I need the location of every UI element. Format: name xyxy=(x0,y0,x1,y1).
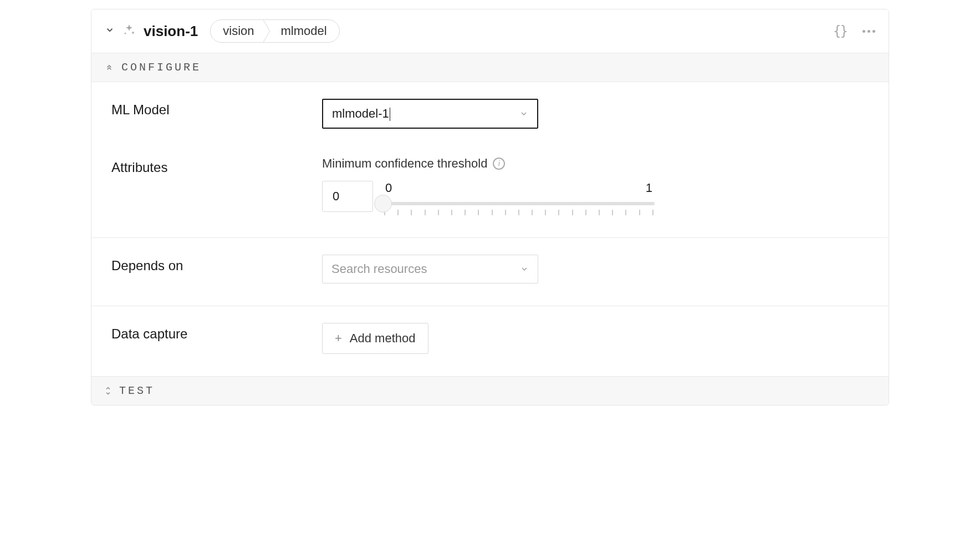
add-method-label: Add method xyxy=(350,331,416,346)
threshold-label-row: Minimum confidence threshold i xyxy=(322,156,869,171)
panel-header: vision-1 vision mlmodel {} xyxy=(91,9,889,53)
threshold-slider[interactable]: 0 1 xyxy=(383,181,655,215)
breadcrumb-item-model[interactable]: mlmodel xyxy=(269,19,339,43)
test-section-header[interactable]: TEST xyxy=(91,376,889,405)
collapse-chevron-icon[interactable] xyxy=(105,25,115,38)
info-icon[interactable]: i xyxy=(493,158,505,170)
slider-max-label: 1 xyxy=(646,181,652,195)
chevron-down-icon xyxy=(519,109,528,118)
threshold-label: Minimum confidence threshold xyxy=(322,156,487,171)
slider-thumb[interactable] xyxy=(374,195,392,212)
depends-on-select[interactable]: Search resources xyxy=(322,255,538,283)
slider-track[interactable] xyxy=(383,202,655,205)
depends-on-row: Depends on Search resources xyxy=(91,238,889,306)
depends-on-placeholder: Search resources xyxy=(331,262,427,276)
breadcrumb: vision mlmodel xyxy=(210,19,339,43)
more-options-icon[interactable] xyxy=(862,30,875,33)
config-panel: vision-1 vision mlmodel {} CONFIGURE xyxy=(91,9,889,406)
header-left: vision-1 vision mlmodel xyxy=(105,19,340,43)
data-capture-label: Data capture xyxy=(111,323,322,354)
ml-model-label: ML Model xyxy=(111,99,322,129)
chevron-down-icon xyxy=(520,265,529,274)
ml-model-row: ML Model mlmodel-1 xyxy=(91,82,889,140)
attributes-row: Attributes Minimum confidence threshold … xyxy=(91,140,889,238)
configure-form: ML Model mlmodel-1 Attributes Minimum co… xyxy=(91,82,889,376)
configure-section-header[interactable]: CONFIGURE xyxy=(91,53,889,82)
test-title: TEST xyxy=(119,384,155,397)
collapse-section-icon xyxy=(105,61,114,74)
add-method-button[interactable]: + Add method xyxy=(322,323,428,354)
threshold-input[interactable]: 0 xyxy=(322,181,373,212)
slider-range-labels: 0 1 xyxy=(383,181,655,195)
configure-title: CONFIGURE xyxy=(121,61,201,74)
depends-on-label: Depends on xyxy=(111,255,322,283)
plus-icon: + xyxy=(335,331,342,346)
attributes-label: Attributes xyxy=(111,156,322,215)
data-capture-row: Data capture + Add method xyxy=(91,306,889,376)
json-view-icon[interactable]: {} xyxy=(833,23,847,39)
expand-section-icon xyxy=(105,386,111,396)
breadcrumb-item-type[interactable]: vision xyxy=(211,19,266,43)
slider-ticks xyxy=(383,210,655,215)
slider-min-label: 0 xyxy=(385,181,392,195)
ml-model-value: mlmodel-1 xyxy=(332,107,389,120)
ml-model-select[interactable]: mlmodel-1 xyxy=(322,99,538,129)
sparkle-icon xyxy=(122,23,136,39)
header-actions: {} xyxy=(833,23,875,39)
threshold-control: 0 0 1 xyxy=(322,181,869,215)
resource-title: vision-1 xyxy=(144,23,198,40)
